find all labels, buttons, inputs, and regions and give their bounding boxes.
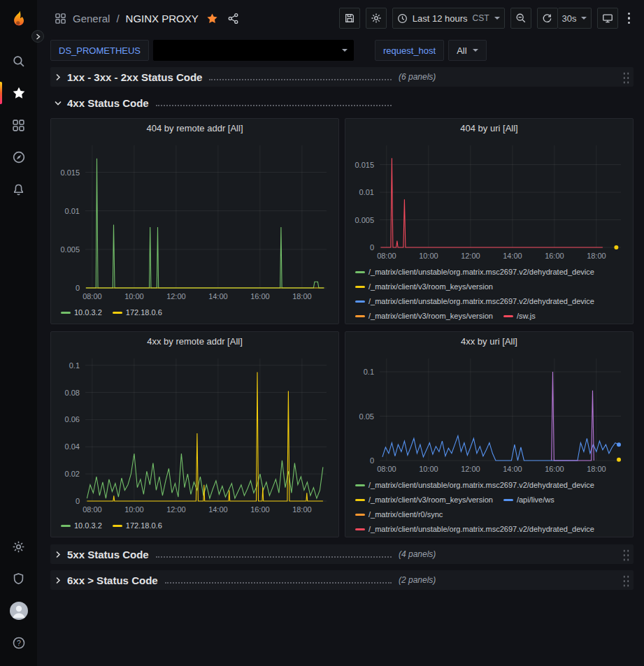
search-button[interactable] [0,45,37,77]
sidebar-item-dashboards[interactable] [0,109,37,141]
timeseries-chart[interactable]: 08:0010:0012:0014:0016:0018:0000.050.1 [345,352,633,476]
datasource-variable-label[interactable]: DS_PROMETHEUS [50,40,149,61]
svg-text:16:00: 16:00 [250,292,270,301]
time-range-picker[interactable]: Last 12 hours CST [392,8,505,29]
legend-item[interactable]: /_matrix/client/v3/room_keys/version [355,309,493,324]
navbar-actions: Last 12 hours CST 30s [339,8,634,29]
legend-series-label: /_matrix/client/unstable/org.matrix.msc2… [368,478,594,493]
svg-text:0.01: 0.01 [359,188,374,196]
share-button[interactable] [226,11,241,26]
svg-text:0: 0 [76,497,80,505]
legend-item[interactable]: /_matrix/client/unstable/org.matrix.msc2… [355,294,594,309]
sidebar-item-explore[interactable] [0,141,37,173]
svg-text:0.05: 0.05 [359,412,374,421]
row-panel-count: (2 panels) [399,575,436,585]
gear-icon [371,13,382,24]
dotted-leader [165,582,392,584]
row-6xx-status-code[interactable]: 6xx > Status Code (2 panels) [50,570,634,590]
zoom-out-icon [515,13,527,24]
sidebar-item-help[interactable]: ? [0,627,37,659]
timeseries-chart[interactable]: 08:0010:0012:0014:0016:0018:0000.0050.01… [51,138,338,303]
legend-item[interactable]: /_matrix/client/unstable/org.matrix.msc2… [355,478,594,493]
legend-series-label: 10.0.3.2 [74,305,102,320]
breadcrumb-section[interactable]: General [73,13,110,24]
svg-text:?: ? [17,639,21,647]
legend-item[interactable]: /api/live/ws [503,493,554,507]
svg-text:0: 0 [370,456,374,465]
more-options-button[interactable] [624,10,635,27]
request-host-variable-label[interactable]: request_host [375,40,444,61]
sidebar-item-starred[interactable] [0,77,37,109]
legend-series-swatch [113,525,122,527]
legend-series-swatch [355,301,365,303]
breadcrumb-separator: / [116,13,119,24]
time-range-label: Last 12 hours [413,13,468,24]
legend-item[interactable]: /_matrix/client/unstable/org.matrix.msc2… [355,522,594,537]
legend-item[interactable]: 10.0.3.2 [61,305,102,320]
legend-series-swatch [355,271,365,273]
row-5xx-status-code[interactable]: 5xx Status Code (4 panels) [50,544,634,564]
timeseries-chart[interactable]: 08:0010:0012:0014:0016:0018:0000.0050.01… [345,138,633,263]
save-dashboard-button[interactable] [339,8,360,29]
row-title: 6xx > Status Code [67,574,158,586]
chart-legend: 10.0.3.2172.18.0.6 [51,516,338,536]
svg-text:10:00: 10:00 [419,252,438,260]
sidebar-item-configuration[interactable] [0,530,37,563]
legend-series-label: 10.0.3.2 [74,519,102,533]
legend-item[interactable]: /_matrix/client/r0/sync [355,507,443,522]
svg-text:12:00: 12:00 [166,292,186,301]
legend-item[interactable]: /_matrix/client/v3/room_keys/version [355,280,493,294]
svg-text:0.02: 0.02 [65,470,80,478]
dotted-leader [156,556,392,558]
request-host-variable-select[interactable]: All [448,40,486,61]
panel-4xx-by-uri: 4xx by uri [All] 08:0010:0012:0014:0016:… [345,331,634,537]
svg-text:18:00: 18:00 [292,292,312,301]
legend-item[interactable]: /_matrix/client/unstable/org.matrix.msc2… [355,265,594,280]
legend-series-label: /api/live/ws [517,493,554,507]
refresh-button[interactable] [537,8,558,29]
favorite-star-button[interactable] [205,11,220,26]
row-panel-count: (4 panels) [399,549,436,559]
legend-series-swatch [355,528,365,530]
legend-series-swatch [503,499,513,501]
gear-icon [12,540,25,553]
tv-mode-button[interactable] [597,8,618,29]
row-4xx-status-code[interactable]: 4xx Status Code [50,93,634,113]
panel-title[interactable]: 4xx by uri [All] [345,332,633,352]
panel-title[interactable]: 404 by uri [All] [345,119,633,138]
sidebar-item-profile[interactable] [0,595,37,627]
panel-404-by-remote-addr: 404 by remote addr [All] 08:0010:0012:00… [50,118,339,324]
timeseries-chart[interactable]: 08:0010:0012:0014:0016:0018:0000.020.040… [51,352,338,516]
svg-text:12:00: 12:00 [461,252,480,260]
star-icon [12,86,26,100]
chart-legend: /_matrix/client/unstable/org.matrix.msc2… [345,263,633,324]
legend-item[interactable]: 172.18.0.6 [113,519,162,533]
breadcrumb-dashboard-title[interactable]: NGINX PROXY [126,13,199,24]
svg-text:16:00: 16:00 [545,465,564,473]
legend-item[interactable]: 172.18.0.6 [113,305,162,320]
svg-text:12:00: 12:00 [166,505,186,514]
row-drag-handle[interactable] [622,548,629,561]
sidebar-item-server-admin[interactable] [0,563,37,595]
refresh-interval-dropdown[interactable]: 30s [558,8,592,29]
panel-title[interactable]: 404 by remote addr [All] [51,119,338,138]
row-1xx-3xx-2xx-status-code[interactable]: 1xx - 3xx - 2xx Status Code (6 panels) [50,67,634,87]
svg-text:16:00: 16:00 [545,252,564,260]
chart-legend: 10.0.3.2172.18.0.6 [51,303,338,323]
row-drag-handle[interactable] [622,71,629,84]
help-icon: ? [12,636,26,650]
row-drag-handle[interactable] [622,574,629,587]
datasource-variable-select[interactable] [153,40,354,61]
legend-item[interactable]: /_matrix/client/v3/room_keys/version [355,493,493,507]
svg-text:18:00: 18:00 [292,505,312,514]
zoom-out-button[interactable] [510,8,531,29]
panel-title[interactable]: 4xx by remote addr [All] [51,332,338,352]
main-area: General / NGINX PROXY Last 12 hours CST [37,0,644,666]
dashboard-settings-button[interactable] [366,8,387,29]
sidebar-item-alerting[interactable] [0,173,37,205]
grafana-logo-icon[interactable] [7,8,31,32]
expand-sidebar-button[interactable] [31,30,44,43]
legend-item[interactable]: /sw.js [503,309,536,324]
legend-item[interactable]: 10.0.3.2 [61,519,102,533]
shield-icon [12,572,25,586]
